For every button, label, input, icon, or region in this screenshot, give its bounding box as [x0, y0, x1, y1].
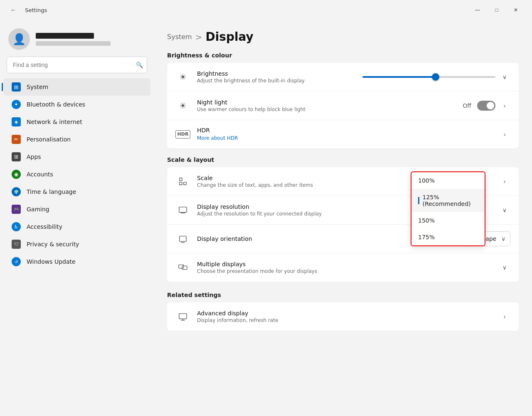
option-label: 150%	[418, 217, 435, 224]
option-label: 100%	[418, 177, 435, 184]
night-light-desc: Use warmer colours to help block blue li…	[197, 106, 456, 112]
display-resolution-icon	[175, 203, 190, 218]
advanced-display-expand-button[interactable]: ›	[499, 311, 510, 322]
search-icon: 🔍	[136, 62, 143, 68]
sidebar-item-bluetooth[interactable]: ✦ Bluetooth & devices	[3, 96, 150, 113]
search-box: 🔍	[7, 57, 147, 73]
sidebar-item-gaming[interactable]: 🎮 Gaming	[3, 201, 150, 218]
related-settings-section: Related settings Advanced display Displa…	[167, 292, 519, 331]
svg-rect-2	[179, 207, 187, 213]
advanced-display-icon	[175, 309, 190, 324]
sidebar-item-windows-update[interactable]: ↺ Windows Update	[3, 253, 150, 270]
night-light-name: Night light	[197, 99, 456, 106]
scale-option-150[interactable]: 150%	[411, 212, 485, 229]
app-body: 👤 🔍 ⊞ System ✦ Bluetooth & devices ◈ Net…	[0, 20, 532, 416]
multiple-displays-row: Multiple displays Choose the presentatio…	[167, 253, 519, 282]
personalisation-icon: ✏	[12, 135, 21, 144]
multiple-displays-name: Multiple displays	[197, 261, 492, 267]
minimize-button[interactable]: —	[468, 3, 487, 17]
hdr-expand-button[interactable]: ›	[499, 129, 510, 140]
sidebar-item-accessibility[interactable]: ♿ Accessibility	[3, 218, 150, 235]
sidebar-item-network[interactable]: ◈ Network & internet	[3, 113, 150, 131]
brightness-card: ☀ Brightness Adjust the brightness of th…	[167, 63, 519, 148]
sidebar-item-label: System	[27, 84, 142, 90]
scale-option-175[interactable]: 175%	[411, 229, 485, 245]
sidebar-item-label: Personalisation	[27, 136, 142, 143]
sidebar-item-label: Privacy & security	[27, 241, 142, 248]
hdr-name: HDR	[197, 127, 492, 134]
update-icon: ↺	[12, 257, 21, 266]
user-name-bar	[36, 33, 94, 39]
display-orientation-icon	[175, 231, 190, 246]
night-light-text: Night light Use warmer colours to help b…	[197, 99, 456, 112]
night-light-icon: ☀	[175, 98, 190, 113]
scale-dropdown[interactable]: 100% 125% (Recommended) 150% 175%	[411, 171, 485, 246]
sidebar-item-label: Gaming	[27, 206, 142, 213]
apps-icon: ⊞	[12, 152, 21, 161]
svg-rect-3	[180, 236, 187, 242]
close-button[interactable]: ✕	[506, 3, 525, 17]
svg-rect-0	[180, 178, 182, 181]
sidebar-item-personalisation[interactable]: ✏ Personalisation	[3, 131, 150, 148]
brightness-name: Brightness	[197, 70, 356, 77]
multiple-displays-control: ∨	[499, 262, 510, 273]
breadcrumb-separator: >	[195, 32, 202, 42]
sidebar-item-time[interactable]: 🌍 Time & language	[3, 183, 150, 201]
sidebar-item-privacy[interactable]: 🛡 Privacy & security	[3, 235, 150, 253]
svg-rect-5	[182, 266, 187, 269]
sidebar-item-label: Accounts	[27, 171, 142, 178]
titlebar: ← Settings — □ ✕	[0, 0, 532, 20]
scale-row: Scale Change the size of text, apps, and…	[167, 167, 519, 196]
hdr-link[interactable]: More about HDR	[197, 135, 238, 141]
window-controls: — □ ✕	[468, 3, 525, 17]
section-title-related: Related settings	[167, 292, 519, 298]
back-button[interactable]: ←	[7, 3, 20, 17]
scale-option-125[interactable]: 125% (Recommended)	[411, 189, 485, 212]
svg-rect-1	[184, 182, 186, 185]
app-title: Settings	[25, 7, 463, 13]
brightness-expand-button[interactable]: ∨	[499, 71, 510, 83]
section-title-scale: Scale & layout	[167, 156, 519, 163]
svg-rect-4	[179, 265, 184, 268]
brightness-section: Brightness & colour ☀ Brightness Adjust …	[167, 52, 519, 148]
system-icon: ⊞	[12, 82, 21, 92]
night-light-expand-button[interactable]: ›	[499, 100, 510, 111]
bluetooth-icon: ✦	[12, 100, 21, 109]
page-title: Display	[205, 30, 253, 44]
brightness-thumb[interactable]	[432, 73, 439, 81]
multiple-displays-expand-button[interactable]: ∨	[499, 262, 510, 273]
advanced-display-name: Advanced display	[197, 310, 492, 317]
user-info	[36, 33, 111, 46]
network-icon: ◈	[12, 117, 21, 126]
sidebar-item-label: Accessibility	[27, 223, 142, 230]
multiple-displays-icon	[175, 260, 190, 275]
sidebar-item-label: Bluetooth & devices	[27, 101, 142, 108]
scale-icon	[175, 174, 190, 189]
advanced-display-text: Advanced display Display information, re…	[197, 310, 492, 323]
sidebar-item-apps[interactable]: ⊞ Apps	[3, 148, 150, 166]
user-profile: 👤	[0, 20, 154, 57]
toggle-thumb	[487, 102, 494, 109]
accessibility-icon: ♿	[12, 222, 21, 231]
night-light-toggle[interactable]	[477, 101, 495, 111]
maximize-button[interactable]: □	[487, 3, 506, 17]
scale-control: 100% 125% (Recommended) 150% 175%	[499, 176, 510, 187]
sidebar: 👤 🔍 ⊞ System ✦ Bluetooth & devices ◈ Net…	[0, 20, 154, 416]
advanced-display-desc: Display information, refresh rate	[197, 317, 492, 323]
scale-expand-button[interactable]: ›	[499, 176, 510, 187]
scale-card: Scale Change the size of text, apps, and…	[167, 167, 519, 282]
search-input[interactable]	[7, 57, 147, 73]
brightness-row: ☀ Brightness Adjust the brightness of th…	[167, 63, 519, 92]
accounts-icon: ◉	[12, 170, 21, 179]
chevron-down-icon: ∨	[501, 235, 505, 242]
sidebar-item-system[interactable]: ⊞ System	[3, 78, 150, 96]
brightness-slider[interactable]	[362, 76, 495, 78]
time-icon: 🌍	[12, 187, 21, 196]
related-settings-card: Advanced display Display information, re…	[167, 302, 519, 331]
breadcrumb-parent: System	[167, 33, 192, 41]
scale-option-100[interactable]: 100%	[411, 172, 485, 189]
display-resolution-expand-button[interactable]: ∨	[499, 204, 510, 216]
brightness-text: Brightness Adjust the brightness of the …	[197, 70, 356, 84]
sidebar-item-accounts[interactable]: ◉ Accounts	[3, 166, 150, 183]
option-label: 125% (Recommended)	[423, 194, 478, 207]
